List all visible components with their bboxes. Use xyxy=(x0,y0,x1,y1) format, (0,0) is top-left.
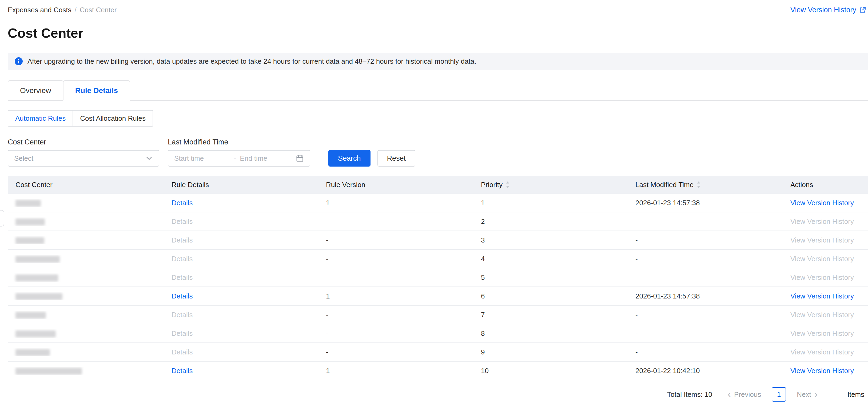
date-range-picker[interactable]: Start time - End time xyxy=(168,150,310,167)
tab-rule-details[interactable]: Rule Details xyxy=(63,80,130,101)
page-title: Cost Center xyxy=(8,26,868,41)
priority-cell: 5 xyxy=(473,273,628,282)
start-time-input[interactable]: Start time xyxy=(174,154,230,163)
info-banner: After upgrading to the new billing versi… xyxy=(8,53,868,70)
rule-details-cell: Details xyxy=(164,236,318,244)
view-version-history-link[interactable]: View Version History xyxy=(790,367,854,375)
cost-center-cell xyxy=(8,348,164,356)
cost-center-filter: Cost Center Select xyxy=(8,138,159,167)
priority-cell: 1 xyxy=(473,199,628,207)
details-link[interactable]: Details xyxy=(172,367,193,375)
priority-cell: 2 xyxy=(473,217,628,226)
view-version-history-link[interactable]: View Version History xyxy=(790,292,854,300)
table-header-row: Cost Center Rule Details Rule Version Pr… xyxy=(8,176,868,194)
view-version-history-link[interactable]: View Version History xyxy=(790,199,854,207)
column-header-rule-details: Rule Details xyxy=(164,176,318,194)
view-version-history-link: View Version History xyxy=(790,348,854,356)
details-link[interactable]: Details xyxy=(172,199,193,207)
table-row: Details162026-01-23 14:57:38View Version… xyxy=(8,287,868,306)
rule-details-cell: Details xyxy=(164,348,318,356)
items-per-page-clipped-label: Items xyxy=(847,390,865,399)
sort-icon xyxy=(505,181,510,188)
column-header-priority[interactable]: Priority xyxy=(473,176,628,194)
last-modified-time-cell: - xyxy=(628,348,783,356)
details-link: Details xyxy=(172,273,193,281)
rule-details-cell: Details xyxy=(164,255,318,263)
last-modified-time-cell: - xyxy=(628,311,783,319)
last-modified-filter: Last Modified Time Start time - End time xyxy=(168,138,310,167)
pagination: Total Items: 10 ‹ Previous 1 Next › Item… xyxy=(0,387,868,402)
page-number-button[interactable]: 1 xyxy=(772,387,786,402)
previous-page-label: Previous xyxy=(734,390,761,399)
cost-center-cell xyxy=(8,367,164,375)
last-modified-time-cell: 2026-01-23 14:57:38 xyxy=(628,292,783,300)
info-banner-text: After upgrading to the new billing versi… xyxy=(28,57,476,66)
view-version-history-link: View Version History xyxy=(790,273,854,281)
chevron-left-icon: ‹ xyxy=(728,391,731,398)
calendar-icon[interactable] xyxy=(296,154,304,162)
priority-cell: 3 xyxy=(473,236,628,244)
last-modified-filter-label: Last Modified Time xyxy=(168,138,310,146)
redacted-cost-center-name xyxy=(16,349,50,356)
rule-type-tabs: Automatic Rules Cost Allocation Rules xyxy=(8,110,868,127)
last-modified-time-cell: - xyxy=(628,236,783,244)
table-row: Details1102026-01-22 10:42:10View Versio… xyxy=(8,362,868,380)
tab-cost-allocation-rules[interactable]: Cost Allocation Rules xyxy=(72,110,153,127)
chevron-down-icon xyxy=(145,154,153,162)
table-row: Details-3-View Version History xyxy=(8,231,868,250)
next-page-button: Next › xyxy=(797,390,817,399)
search-button[interactable]: Search xyxy=(329,150,371,167)
chevron-right-icon: › xyxy=(814,391,817,398)
priority-cell: 4 xyxy=(473,255,628,263)
details-link[interactable]: Details xyxy=(172,292,193,300)
redacted-cost-center-name xyxy=(16,218,45,226)
column-header-rule-version: Rule Version xyxy=(318,176,473,194)
topbar-links: View Version History Co xyxy=(790,6,868,14)
cost-center-cell xyxy=(8,236,164,244)
breadcrumb-item-expenses-and-costs[interactable]: Expenses and Costs xyxy=(8,6,71,14)
tab-automatic-rules[interactable]: Automatic Rules xyxy=(8,110,73,127)
column-header-last-modified-time[interactable]: Last Modified Time xyxy=(628,176,783,194)
actions-cell: View Version History xyxy=(783,236,868,244)
table-row: Details-2-View Version History xyxy=(8,212,868,231)
sort-icon xyxy=(696,181,701,188)
rule-version-cell: - xyxy=(318,311,473,319)
redacted-cost-center-name xyxy=(16,274,58,281)
table-row: Details-5-View Version History xyxy=(8,268,868,287)
column-header-cost-center: Cost Center xyxy=(8,176,164,194)
redacted-cost-center-name xyxy=(16,293,62,300)
table-row: Details-4-View Version History xyxy=(8,250,868,268)
rule-version-cell: - xyxy=(318,330,473,338)
redacted-cost-center-name xyxy=(16,368,82,375)
cost-center-select-placeholder: Select xyxy=(14,154,33,163)
rule-version-cell: - xyxy=(318,236,473,244)
cost-center-select[interactable]: Select xyxy=(8,150,159,167)
details-link: Details xyxy=(172,330,193,337)
details-link: Details xyxy=(172,217,193,226)
priority-cell: 7 xyxy=(473,311,628,319)
view-version-history-link: View Version History xyxy=(790,217,854,226)
details-link: Details xyxy=(172,311,193,319)
rules-table: Cost Center Rule Details Rule Version Pr… xyxy=(8,176,868,380)
details-link: Details xyxy=(172,348,193,356)
rule-version-cell: - xyxy=(318,348,473,356)
rule-version-cell: 1 xyxy=(318,367,473,375)
left-drawer-handle[interactable] xyxy=(0,210,4,227)
tab-overview[interactable]: Overview xyxy=(8,80,63,101)
cost-center-filter-label: Cost Center xyxy=(8,138,159,146)
total-items-text: Total Items: 10 xyxy=(667,390,712,399)
actions-cell: View Version History xyxy=(783,348,868,356)
redacted-cost-center-name xyxy=(16,312,46,319)
rule-details-cell: Details xyxy=(164,217,318,226)
details-link: Details xyxy=(172,255,193,263)
view-version-history-top-link[interactable]: View Version History xyxy=(790,6,866,14)
topbar: Expenses and Costs / Cost Center View Ve… xyxy=(8,6,868,16)
end-time-input[interactable]: End time xyxy=(240,154,296,163)
rule-version-cell: 1 xyxy=(318,199,473,207)
rule-details-cell: Details xyxy=(164,330,318,338)
cost-center-cell xyxy=(8,199,164,207)
reset-button[interactable]: Reset xyxy=(377,150,415,167)
actions-cell: View Version History xyxy=(783,273,868,282)
previous-page-button: ‹ Previous xyxy=(728,390,761,399)
rule-version-cell: - xyxy=(318,255,473,263)
